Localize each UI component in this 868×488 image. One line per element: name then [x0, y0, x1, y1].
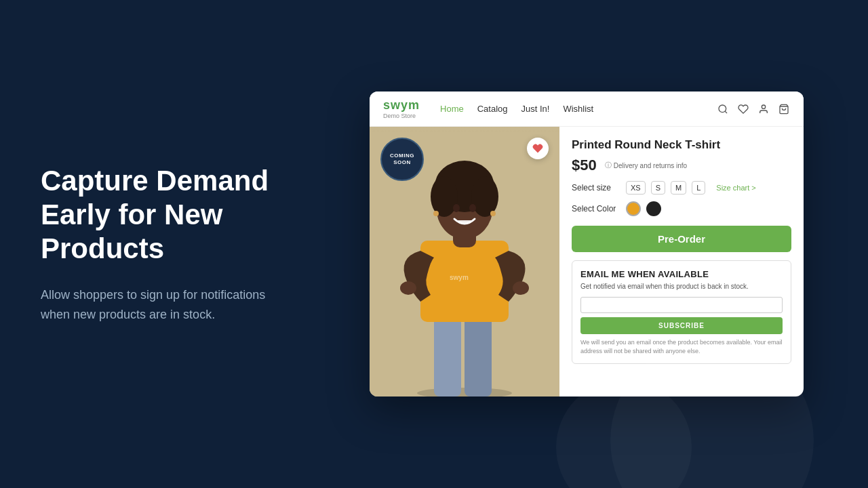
coming-soon-line1: COMING — [390, 152, 414, 159]
color-options — [626, 201, 661, 216]
brand: swym Demo Store — [383, 98, 420, 119]
color-swatch-orange[interactable] — [626, 201, 641, 216]
email-section: EMAIL ME WHEN AVAILABLE Get notified via… — [572, 260, 791, 364]
main-description: Allow shoppers to sign up for notificati… — [41, 285, 285, 325]
size-row: Select size XS S M L Size chart > — [572, 181, 791, 195]
size-m[interactable]: M — [671, 181, 686, 195]
svg-rect-8 — [420, 241, 509, 322]
email-section-title: EMAIL ME WHEN AVAILABLE — [580, 269, 783, 279]
svg-text:swym: swym — [450, 274, 469, 281]
search-icon[interactable] — [717, 103, 729, 115]
svg-point-9 — [400, 281, 416, 295]
price-row: $50 ⓘ Delivery and returns info — [572, 157, 791, 174]
svg-point-10 — [513, 281, 529, 295]
nav-link-wishlist[interactable]: Wishlist — [563, 104, 593, 114]
size-chart-link[interactable]: Size chart > — [716, 184, 755, 192]
product-details: Printed Round Neck T-shirt $50 ⓘ Deliver… — [559, 127, 804, 396]
svg-rect-7 — [465, 315, 492, 396]
color-swatch-black[interactable] — [646, 201, 661, 216]
product-card: swym Demo Store Home Catalog Just In! Wi… — [370, 92, 804, 396]
svg-point-19 — [433, 211, 439, 216]
email-disclaimer: We will send you an email once the produ… — [580, 338, 783, 355]
email-input[interactable] — [580, 297, 783, 313]
brand-name: swym — [383, 98, 420, 113]
svg-point-20 — [490, 211, 496, 216]
nav-link-catalog[interactable]: Catalog — [477, 104, 508, 114]
color-label: Select Color — [572, 204, 619, 214]
cart-icon[interactable] — [778, 103, 790, 115]
info-icon: ⓘ — [605, 161, 612, 170]
user-icon[interactable] — [757, 103, 770, 115]
nav-icons — [717, 103, 790, 115]
size-label: Select size — [572, 183, 619, 192]
size-xs[interactable]: XS — [626, 181, 646, 195]
main-heading: Capture Demand Early for New Products — [41, 164, 285, 266]
product-image-container: COMING SOON — [370, 127, 559, 396]
size-l[interactable]: L — [692, 181, 705, 195]
navbar: swym Demo Store Home Catalog Just In! Wi… — [370, 92, 804, 127]
svg-line-1 — [725, 111, 727, 113]
svg-point-2 — [762, 105, 765, 108]
nav-link-home[interactable]: Home — [440, 104, 464, 114]
product-body: COMING SOON — [370, 127, 804, 396]
delivery-info: ⓘ Delivery and returns info — [605, 161, 687, 170]
size-s[interactable]: S — [651, 181, 665, 195]
nav-link-just-in[interactable]: Just In! — [521, 104, 550, 114]
coming-soon-badge: COMING SOON — [380, 138, 424, 181]
subscribe-button[interactable]: SUBSCRIBE — [580, 317, 783, 334]
right-section: swym Demo Store Home Catalog Just In! Wi… — [326, 71, 868, 417]
heart-icon[interactable] — [737, 103, 749, 115]
size-options: XS S M L — [626, 181, 705, 195]
svg-rect-6 — [434, 315, 461, 396]
delivery-text: Delivery and returns info — [614, 162, 687, 169]
svg-point-14 — [431, 176, 458, 217]
product-title: Printed Round Neck T-shirt — [572, 138, 791, 152]
wishlist-button[interactable] — [527, 138, 549, 159]
preorder-button[interactable]: Pre-Order — [572, 226, 791, 252]
svg-point-0 — [719, 105, 726, 113]
left-section: Capture Demand Early for New Products Al… — [0, 123, 326, 365]
svg-point-17 — [469, 204, 476, 212]
color-row: Select Color — [572, 201, 791, 216]
nav-links: Home Catalog Just In! Wishlist — [440, 104, 717, 114]
svg-point-15 — [471, 176, 498, 217]
email-section-desc: Get notified via email when this product… — [580, 282, 783, 291]
product-price: $50 — [572, 157, 597, 174]
coming-soon-line2: SOON — [393, 159, 411, 166]
svg-point-16 — [453, 204, 460, 212]
brand-sub: Demo Store — [383, 113, 420, 119]
